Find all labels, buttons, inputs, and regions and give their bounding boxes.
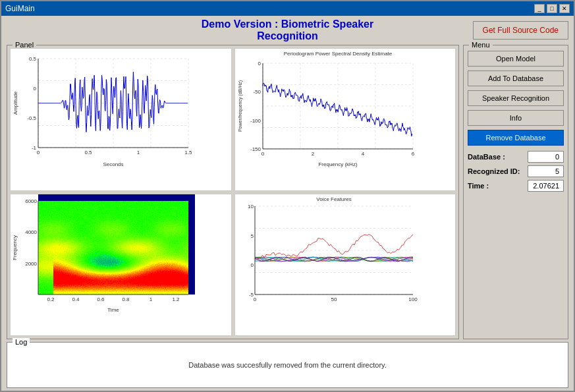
add-database-button[interactable]: Add To Database [468,70,564,86]
panel-section: Panel [7,45,459,339]
charts-grid [10,48,456,336]
database-row: DataBase : 0 [468,151,564,163]
time-label: Time : [468,182,489,190]
window-title: GuiMain [5,4,35,13]
time-row: Time : 2.07621 [468,180,564,192]
minimize-btn[interactable]: _ [534,4,545,13]
menu-section: Menu Open Model Add To Database Speaker … [463,45,568,339]
titlebar: GuiMain _ □ ✕ [1,1,574,16]
database-value: 0 [528,151,564,163]
recognized-id-label: Recognized ID: [468,167,520,175]
close-btn[interactable]: ✕ [559,4,570,13]
titlebar-title: GuiMain [5,4,35,13]
main-window: GuiMain _ □ ✕ Demo Version : Biometric S… [0,0,575,392]
header-row: Demo Version : Biometric Speaker Recogni… [7,18,568,42]
menu-label: Menu [469,41,493,49]
recognized-id-row: Recognized ID: 5 [468,165,564,177]
main-content: Demo Version : Biometric Speaker Recogni… [1,16,574,391]
spectrogram-chart [10,194,232,337]
psd-chart [234,48,456,191]
log-message: Database was succesfully removed from th… [7,343,568,387]
time-value: 2.07621 [528,180,564,192]
middle-area: Panel [7,45,568,339]
remove-database-button[interactable]: Remove Database [468,130,564,146]
get-source-button[interactable]: Get Full Source Code [473,21,568,40]
open-model-button[interactable]: Open Model [468,51,564,67]
info-button[interactable]: Info [468,110,564,126]
log-label: Log [13,338,30,346]
app-title: Demo Version : Biometric Speaker Recogni… [194,18,381,42]
features-chart [234,194,456,337]
waveform-chart [10,48,232,191]
speaker-recognition-button[interactable]: Speaker Recognition [468,90,564,106]
database-label: DataBase : [468,153,505,161]
maximize-btn[interactable]: □ [547,4,557,13]
log-section: Log Database was succesfully removed fro… [7,342,568,388]
recognized-id-value: 5 [528,165,564,177]
titlebar-controls: _ □ ✕ [534,4,570,13]
